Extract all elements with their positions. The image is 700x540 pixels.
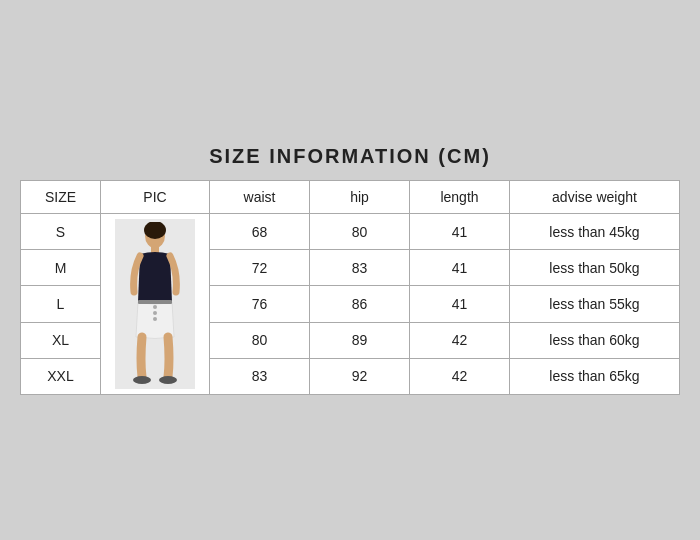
size-table: SIZE PIC waist hip length advise weight … [20,180,680,395]
svg-rect-8 [138,300,172,304]
length-cell: 41 [410,250,510,286]
svg-point-7 [159,376,177,384]
header-advise: advise weight [510,181,680,214]
hip-cell: 83 [310,250,410,286]
size-cell: L [21,286,101,322]
chart-title: SIZE INFORMATION (CM) [20,145,680,168]
length-cell: 41 [410,286,510,322]
advise-cell: less than 55kg [510,286,680,322]
waist-cell: 80 [210,322,310,358]
size-cell: S [21,214,101,250]
length-cell: 42 [410,358,510,394]
advise-cell: less than 65kg [510,358,680,394]
header-size: SIZE [21,181,101,214]
svg-point-4 [153,311,157,315]
size-cell: XXL [21,358,101,394]
advise-cell: less than 60kg [510,322,680,358]
length-cell: 41 [410,214,510,250]
waist-cell: 68 [210,214,310,250]
header-pic: PIC [101,181,210,214]
header-length: length [410,181,510,214]
svg-point-6 [133,376,151,384]
svg-point-5 [153,317,157,321]
waist-cell: 83 [210,358,310,394]
length-cell: 42 [410,322,510,358]
waist-cell: 72 [210,250,310,286]
size-cell: XL [21,322,101,358]
size-cell: M [21,250,101,286]
waist-cell: 76 [210,286,310,322]
advise-cell: less than 50kg [510,250,680,286]
model-figure [120,222,190,387]
hip-cell: 89 [310,322,410,358]
advise-cell: less than 45kg [510,214,680,250]
hip-cell: 86 [310,286,410,322]
pic-cell [101,214,210,395]
header-hip: hip [310,181,410,214]
hip-cell: 80 [310,214,410,250]
svg-point-3 [153,305,157,309]
size-chart-container: SIZE INFORMATION (CM) SIZE PIC waist hip… [10,135,690,405]
header-waist: waist [210,181,310,214]
hip-cell: 92 [310,358,410,394]
